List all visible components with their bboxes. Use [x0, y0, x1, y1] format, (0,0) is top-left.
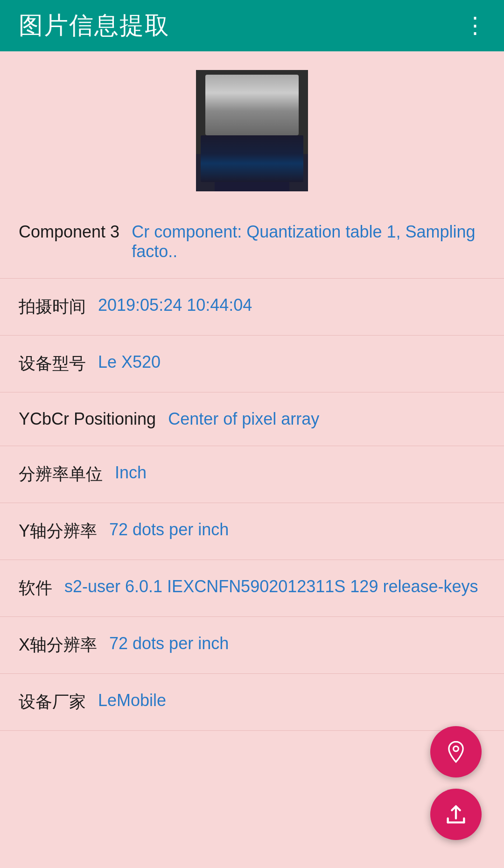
label-y-resolution: Y轴分辨率: [19, 520, 97, 543]
svg-rect-5: [203, 135, 303, 177]
menu-icon[interactable]: ⋮: [464, 14, 485, 37]
value-y-resolution: 72 dots per inch: [109, 520, 485, 539]
value-x-resolution: 72 dots per inch: [109, 634, 485, 653]
svg-rect-6: [208, 140, 299, 166]
label-device-model: 设备型号: [19, 352, 86, 375]
value-resolution-unit: Inch: [115, 463, 485, 483]
app-title: 图片信息提取: [19, 9, 170, 42]
fab-container: [430, 726, 482, 840]
value-manufacturer: LeMobile: [98, 691, 485, 710]
label-resolution-unit: 分辨率单位: [19, 463, 103, 486]
label-x-resolution: X轴分辨率: [19, 634, 97, 657]
info-row-manufacturer: 设备厂家 LeMobile: [0, 674, 504, 731]
info-row-y-resolution: Y轴分辨率 72 dots per inch: [0, 503, 504, 560]
info-row-resolution-unit: 分辨率单位 Inch: [0, 446, 504, 503]
svg-rect-8: [215, 152, 289, 191]
value-ycbcr: Center of pixel array: [168, 409, 485, 429]
svg-rect-4: [213, 105, 294, 131]
value-device-model: Le X520: [98, 352, 485, 372]
value-software: s2-user 6.0.1 IEXCNFN5902012311S 129 rel…: [64, 577, 485, 596]
image-container: [0, 51, 504, 205]
value-component3: Cr component: Quantization table 1, Samp…: [132, 222, 485, 261]
info-row-ycbcr: YCbCr Positioning Center of pixel array: [0, 392, 504, 446]
info-row-device-model: 设备型号 Le X520: [0, 336, 504, 392]
info-section: Component 3 Cr component: Quantization t…: [0, 205, 504, 731]
app-header: 图片信息提取 ⋮: [0, 0, 504, 51]
label-component3: Component 3: [19, 222, 119, 242]
info-row-software: 软件 s2-user 6.0.1 IEXCNFN5902012311S 129 …: [0, 560, 504, 617]
info-row-capture-time: 拍摄时间 2019:05:24 10:44:04: [0, 279, 504, 336]
label-software: 软件: [19, 577, 52, 600]
location-fab-button[interactable]: [430, 726, 482, 777]
label-capture-time: 拍摄时间: [19, 295, 86, 318]
svg-rect-0: [196, 70, 308, 191]
preview-svg: [196, 70, 308, 191]
location-icon: [444, 740, 468, 764]
upload-icon: [444, 802, 468, 826]
svg-point-9: [454, 746, 459, 751]
svg-rect-3: [213, 79, 294, 105]
preview-image: [196, 70, 308, 191]
upload-fab-button[interactable]: [430, 789, 482, 840]
value-capture-time: 2019:05:24 10:44:04: [98, 295, 485, 315]
svg-rect-1: [210, 77, 296, 133]
info-row-x-resolution: X轴分辨率 72 dots per inch: [0, 617, 504, 674]
svg-rect-2: [213, 79, 294, 131]
label-ycbcr: YCbCr Positioning: [19, 409, 156, 429]
label-manufacturer: 设备厂家: [19, 691, 86, 714]
info-row-component3: Component 3 Cr component: Quantization t…: [0, 205, 504, 279]
